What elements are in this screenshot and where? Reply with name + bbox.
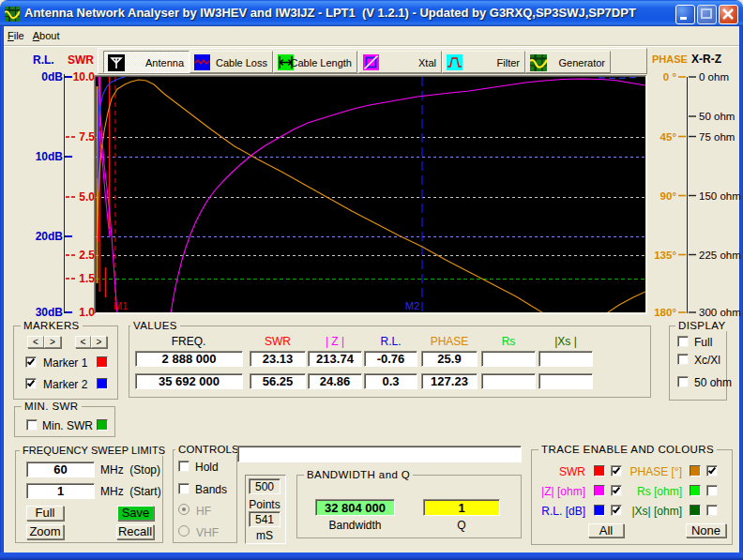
svg-text:5.0: 5.0: [79, 190, 95, 204]
svg-text:1.0: 1.0: [79, 306, 95, 319]
svg-text:45°: 45°: [660, 131, 677, 143]
svg-text:0dB: 0dB: [41, 70, 63, 83]
svg-text:M2: M2: [405, 300, 419, 311]
svg-text:0 ohm: 0 ohm: [699, 71, 729, 83]
svg-text:2.5: 2.5: [79, 249, 95, 262]
svg-text:1.5: 1.5: [79, 272, 95, 285]
svg-text:150 ohm: 150 ohm: [699, 190, 741, 202]
svg-text:135°: 135°: [654, 250, 676, 261]
svg-text:90°: 90°: [660, 190, 677, 202]
svg-text:10dB: 10dB: [36, 150, 64, 163]
svg-text:M1: M1: [114, 300, 128, 311]
svg-text:PHASE: PHASE: [652, 53, 688, 65]
svg-text:50 ohm: 50 ohm: [699, 111, 735, 122]
svg-text:0 °: 0 °: [663, 71, 677, 83]
svg-text:7.5: 7.5: [79, 130, 95, 144]
svg-text:225 ohm: 225 ohm: [699, 250, 741, 261]
svg-text:180°: 180°: [654, 307, 676, 318]
svg-text:R.L.: R.L.: [33, 53, 54, 67]
svg-text:75 ohm: 75 ohm: [699, 131, 735, 143]
svg-text:300 ohm: 300 ohm: [699, 307, 741, 318]
svg-text:10.0: 10.0: [73, 70, 96, 83]
svg-text:30dB: 30dB: [36, 306, 64, 319]
svg-text:20dB: 20dB: [36, 230, 64, 243]
svg-text:SWR: SWR: [68, 53, 94, 67]
svg-text:X-R-Z: X-R-Z: [691, 53, 721, 66]
